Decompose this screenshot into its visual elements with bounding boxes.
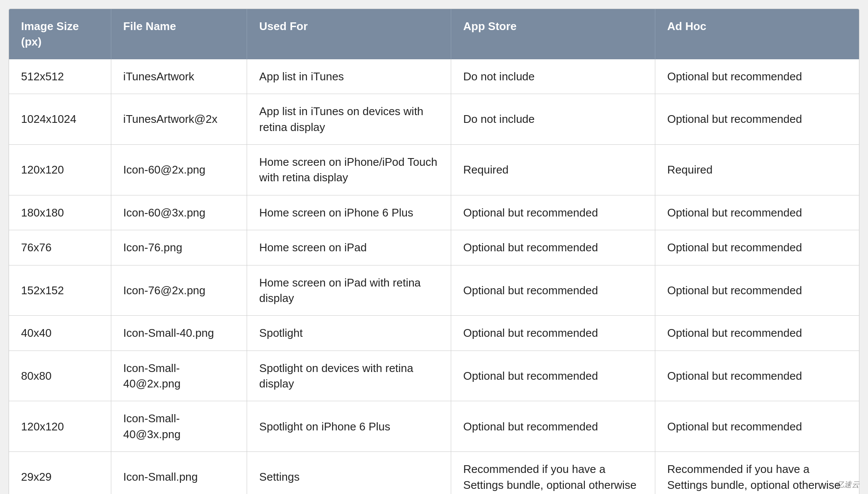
table-header-row: Image Size (px) File Name Used For App S… bbox=[9, 9, 859, 59]
table-row: 512x512iTunesArtworkApp list in iTunesDo… bbox=[9, 59, 859, 94]
cell-appstore: Required bbox=[451, 144, 655, 195]
cell-filename: Icon-Small.png bbox=[111, 452, 247, 494]
cell-size: 120x120 bbox=[9, 401, 111, 452]
cell-filename: Icon-Small-40.png bbox=[111, 316, 247, 351]
cell-size: 80x80 bbox=[9, 351, 111, 401]
table-row: 180x180Icon-60@3x.pngHome screen on iPho… bbox=[9, 195, 859, 230]
cell-size: 512x512 bbox=[9, 59, 111, 94]
cell-appstore: Optional but recommended bbox=[451, 195, 655, 230]
cell-adhoc: Optional but recommended bbox=[655, 401, 859, 452]
cell-size: 76x76 bbox=[9, 230, 111, 265]
cell-appstore: Do not include bbox=[451, 59, 655, 94]
cell-size: 29x29 bbox=[9, 452, 111, 494]
cell-usedfor: Home screen on iPad with retina display bbox=[247, 265, 451, 316]
cell-adhoc: Optional but recommended bbox=[655, 230, 859, 265]
cell-adhoc: Optional but recommended bbox=[655, 94, 859, 145]
cell-size: 1024x1024 bbox=[9, 94, 111, 145]
table-body: 512x512iTunesArtworkApp list in iTunesDo… bbox=[9, 59, 859, 494]
cell-usedfor: Home screen on iPad bbox=[247, 230, 451, 265]
watermark-label: 亿速云 bbox=[836, 479, 859, 490]
cell-usedfor: Spotlight bbox=[247, 316, 451, 351]
header-usedfor: Used For bbox=[247, 9, 451, 59]
icon-specs-table: Image Size (px) File Name Used For App S… bbox=[9, 9, 859, 494]
cell-adhoc: Optional but recommended bbox=[655, 316, 859, 351]
header-adhoc: Ad Hoc bbox=[655, 9, 859, 59]
cell-size: 152x152 bbox=[9, 265, 111, 316]
main-table-wrapper: Image Size (px) File Name Used For App S… bbox=[9, 9, 859, 494]
cell-size: 180x180 bbox=[9, 195, 111, 230]
cell-filename: Icon-Small-40@3x.png bbox=[111, 401, 247, 452]
cell-filename: iTunesArtwork bbox=[111, 59, 247, 94]
cell-usedfor: App list in iTunes on devices with retin… bbox=[247, 94, 451, 145]
cell-filename: Icon-Small-40@2x.png bbox=[111, 351, 247, 401]
table-row: 40x40Icon-Small-40.pngSpotlightOptional … bbox=[9, 316, 859, 351]
cell-adhoc: Optional but recommended bbox=[655, 195, 859, 230]
cell-size: 120x120 bbox=[9, 144, 111, 195]
table-row: 120x120Icon-Small-40@3x.pngSpotlight on … bbox=[9, 401, 859, 452]
cell-filename: Icon-76.png bbox=[111, 230, 247, 265]
cell-adhoc: Optional but recommended bbox=[655, 351, 859, 401]
table-row: 120x120Icon-60@2x.pngHome screen on iPho… bbox=[9, 144, 859, 195]
cell-appstore: Optional but recommended bbox=[451, 265, 655, 316]
cell-usedfor: Home screen on iPhone/iPod Touch with re… bbox=[247, 144, 451, 195]
cell-usedfor: Spotlight on iPhone 6 Plus bbox=[247, 401, 451, 452]
cell-appstore: Recommended if you have a Settings bundl… bbox=[451, 452, 655, 494]
cell-filename: Icon-60@3x.png bbox=[111, 195, 247, 230]
cell-filename: Icon-60@2x.png bbox=[111, 144, 247, 195]
cell-appstore: Optional but recommended bbox=[451, 230, 655, 265]
cell-usedfor: Home screen on iPhone 6 Plus bbox=[247, 195, 451, 230]
cell-appstore: Optional but recommended bbox=[451, 351, 655, 401]
table-row: 1024x1024iTunesArtwork@2xApp list in iTu… bbox=[9, 94, 859, 145]
table-row: 76x76Icon-76.pngHome screen on iPadOptio… bbox=[9, 230, 859, 265]
cell-usedfor: App list in iTunes bbox=[247, 59, 451, 94]
table-row: 80x80Icon-Small-40@2x.pngSpotlight on de… bbox=[9, 351, 859, 401]
cell-filename: Icon-76@2x.png bbox=[111, 265, 247, 316]
cell-usedfor: Settings bbox=[247, 452, 451, 494]
table-row: 152x152Icon-76@2x.pngHome screen on iPad… bbox=[9, 265, 859, 316]
cell-usedfor: Spotlight on devices with retina display bbox=[247, 351, 451, 401]
cell-adhoc: Optional but recommended bbox=[655, 59, 859, 94]
cell-adhoc: Recommended if you have a Settings bundl… bbox=[655, 452, 859, 494]
header-filename: File Name bbox=[111, 9, 247, 59]
cell-appstore: Optional but recommended bbox=[451, 401, 655, 452]
table-row: 29x29Icon-Small.pngSettingsRecommended i… bbox=[9, 452, 859, 494]
cell-adhoc: Optional but recommended bbox=[655, 265, 859, 316]
cell-adhoc: Required bbox=[655, 144, 859, 195]
cell-size: 40x40 bbox=[9, 316, 111, 351]
cell-appstore: Optional but recommended bbox=[451, 316, 655, 351]
header-appstore: App Store bbox=[451, 9, 655, 59]
cell-filename: iTunesArtwork@2x bbox=[111, 94, 247, 145]
header-size: Image Size (px) bbox=[9, 9, 111, 59]
cell-appstore: Do not include bbox=[451, 94, 655, 145]
